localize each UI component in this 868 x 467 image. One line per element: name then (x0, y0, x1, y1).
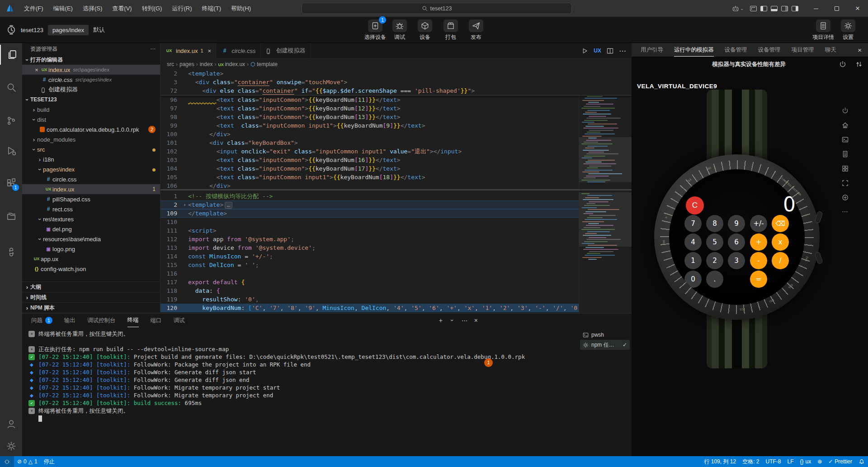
calc-button-/[interactable]: / (772, 252, 789, 269)
breadcrumb-item-index.ux[interactable]: UX index.ux (218, 61, 245, 67)
menu-运行(R)[interactable]: 运行(R) (167, 0, 197, 17)
activity-scm-icon[interactable] (0, 111, 22, 131)
toggle-panel-icon[interactable] (771, 6, 778, 11)
sim-power-icon[interactable] (842, 106, 849, 115)
toolbar-cube-button[interactable]: 设备 (413, 19, 437, 41)
sidebar-section-时间线[interactable]: ›时间线 (22, 292, 160, 303)
toolbar-bug-button[interactable]: 调试 (387, 19, 412, 41)
window-close-button[interactable]: × (847, 0, 868, 17)
tree-item-circle.css[interactable]: #circle.css (22, 174, 160, 184)
breadcrumb[interactable]: src›pages›index›UX index.ux›⬡ template (160, 59, 632, 69)
menu-文件(F)[interactable]: 文件(F) (19, 0, 48, 17)
copilot-icon[interactable]: ⌄ (732, 5, 744, 12)
breadcrumb-item-index[interactable]: index (200, 61, 213, 67)
terminal-dropdown-icon[interactable]: › (448, 317, 456, 324)
mode-label[interactable]: 默认 (93, 26, 105, 34)
sim-tab-用户引导-0[interactable]: 用户引导 (641, 43, 663, 57)
minimap-slider[interactable] (579, 192, 632, 247)
sim-tab-设备管理-2[interactable]: 设备管理 (725, 43, 747, 57)
calc-button-⌫[interactable]: ⌫ (772, 215, 789, 232)
menu-查看(V)[interactable]: 查看(V) (107, 0, 137, 17)
sim-tab-项目管理-4[interactable]: 项目管理 (792, 43, 814, 57)
tree-item-dist[interactable]: ›dist (22, 114, 160, 124)
calc-button-2[interactable]: 2 (706, 252, 723, 269)
activity-files-icon[interactable] (0, 45, 22, 65)
breadcrumb-item-src[interactable]: src (167, 61, 174, 67)
tree-item-pillShaped.css[interactable]: #pillShaped.css (22, 194, 160, 204)
calc-button--[interactable]: - (750, 252, 767, 269)
open-editor-item[interactable]: ×UXindex.uxsrc\pages\index (22, 65, 160, 75)
panel-tab-终端[interactable]: 终端 (127, 314, 139, 327)
remote-indicator[interactable] (0, 456, 14, 467)
tree-item-i18n[interactable]: ›i18n (22, 154, 160, 164)
sim-tab-聊天-5[interactable]: 聊天 (825, 43, 836, 57)
toolbar-send-button[interactable]: 发布 (464, 19, 488, 41)
panel-more-icon[interactable]: ⋯ (462, 317, 468, 324)
toolbar-devadd-button[interactable]: 1选择设备 (363, 19, 387, 41)
simulator-restart-icon[interactable] (839, 61, 846, 68)
activity-search-icon[interactable] (0, 77, 22, 97)
tree-item-res\textures[interactable]: ›res\textures (22, 214, 160, 224)
panel-tab-输出[interactable]: 输出 (64, 314, 75, 327)
sim-tab-设备管理-3[interactable]: 设备管理 (758, 43, 781, 57)
sidebar-section-NPM 脚本[interactable]: ›NPM 脚本 (22, 303, 160, 313)
toggle-secondary-sidebar-icon[interactable] (781, 6, 788, 11)
notifications-bell-icon[interactable] (855, 456, 868, 467)
command-search-input[interactable]: teset123 (302, 3, 572, 14)
window-minimize-button[interactable]: ─ (806, 0, 826, 17)
panel-tab-调试[interactable]: 调试 (174, 314, 185, 327)
activity-gear-icon[interactable] (0, 436, 22, 456)
panel-tab-端口[interactable]: 端口 (151, 314, 162, 327)
formatter-indicator[interactable]: ✓Prettier (825, 456, 855, 467)
minimap-bottom[interactable] (579, 191, 632, 313)
sim-console-icon[interactable] (842, 135, 849, 144)
breadcrumb-item-template[interactable]: ⬡ template (250, 61, 278, 67)
encoding-setting[interactable]: UTF-8 (762, 456, 784, 467)
tree-item-resources\base\media[interactable]: ›resources\base\media (22, 234, 160, 244)
activity-ext-icon[interactable]: 1 (0, 173, 22, 193)
sim-crop-icon[interactable] (842, 179, 849, 187)
tab-创建模拟器[interactable]: 创建模拟器 (261, 43, 311, 58)
fold-chevron-icon[interactable]: › (181, 200, 188, 209)
open-editor-item[interactable]: #circle.csssrc\pages\index (22, 75, 160, 85)
language-mode[interactable]: {}ux (797, 456, 814, 467)
run-file-icon[interactable] (581, 48, 588, 54)
sim-home2-icon[interactable] (842, 121, 849, 129)
code-pane-top[interactable]: 2<template>3 <div class="container" onsw… (160, 69, 632, 189)
tree-item-del.png[interactable]: ▣del.png (22, 224, 160, 234)
menu-转到(G)[interactable]: 转到(G) (137, 0, 167, 17)
calc-button-4[interactable]: 4 (684, 234, 702, 251)
calc-button-.[interactable]: . (706, 271, 723, 288)
calc-button-6[interactable]: 6 (728, 234, 745, 251)
new-terminal-icon[interactable]: + (439, 317, 443, 324)
calc-button-7[interactable]: 7 (684, 215, 702, 232)
project-root-header[interactable]: › TESET123 (22, 95, 160, 105)
cursor-position[interactable]: 行 109, 列 12 (701, 456, 739, 467)
sim-close-icon[interactable]: × (858, 46, 862, 54)
calc-button-x[interactable]: x (772, 234, 789, 251)
tree-item-rect.css[interactable]: #rect.css (22, 204, 160, 214)
editor-more-icon[interactable]: ⋯ (619, 47, 626, 55)
ux-preview-button[interactable]: UX (594, 48, 601, 54)
tree-item-app.ux[interactable]: UXapp.ux (22, 254, 160, 264)
code-pane-bottom[interactable]: 1<!-- 按键横纵均等比分配 -->2›<template>…109</tem… (160, 191, 632, 313)
activity-python-icon[interactable] (0, 242, 22, 262)
close-icon[interactable]: × (33, 67, 40, 73)
toolbar-project-details-button[interactable]: 项目详情 (811, 19, 835, 41)
calc-button-3[interactable]: 3 (728, 252, 745, 269)
menu-编辑(E)[interactable]: 编辑(E) (48, 0, 78, 17)
tree-item-com.calculator.vela.debug.1.0.0.rpk[interactable]: com.calculator.vela.debug.1.0.0.rpk2 (22, 124, 160, 134)
terminal-output[interactable]: ∗终端将被任务重用，按任意键关闭。∗正在执行任务: npm run build … (22, 330, 578, 456)
panel-close-icon[interactable]: × (474, 317, 478, 324)
menu-终端(T)[interactable]: 终端(T) (197, 0, 226, 17)
tree-item-logo.png[interactable]: ▣logo.png (22, 244, 160, 254)
calc-button-+/-[interactable]: +/- (750, 215, 767, 232)
sim-doc-icon[interactable] (842, 150, 849, 158)
tree-item-config-watch.json[interactable]: {}config-watch.json (22, 264, 160, 274)
activity-folders-icon[interactable] (0, 206, 22, 226)
tab-close-icon[interactable]: × (208, 48, 212, 54)
terminal-instance-pwsh[interactable]: pwsh (580, 330, 630, 340)
indentation-setting[interactable]: 空格: 2 (739, 456, 762, 467)
calc-button-1[interactable]: 1 (684, 252, 702, 269)
menu-帮助(H)[interactable]: 帮助(H) (226, 0, 256, 17)
